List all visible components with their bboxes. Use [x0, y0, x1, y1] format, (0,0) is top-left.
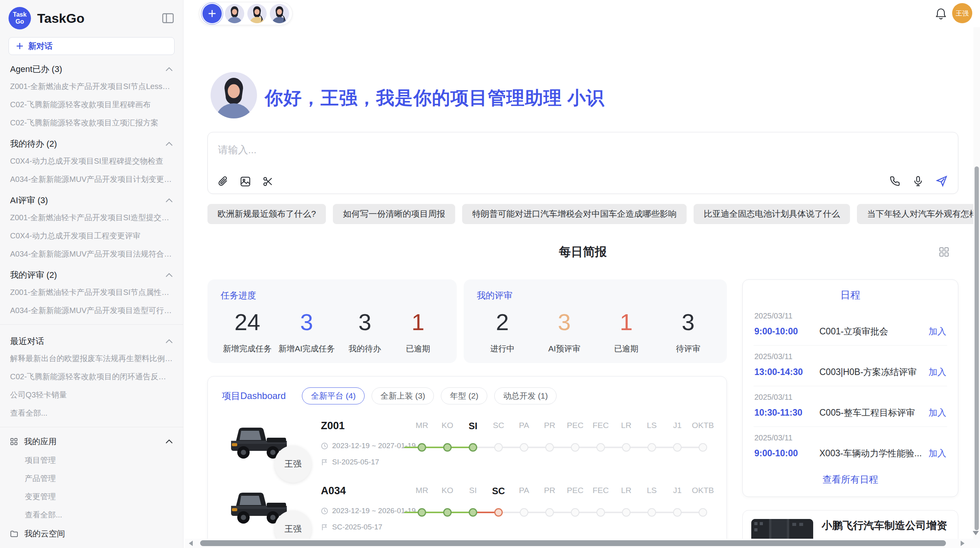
recent-view-all-link[interactable]: 查看全部... [0, 404, 183, 422]
sidebar-task-item[interactable]: C02-飞腾新能源轻客改款项目里程碑画布 [0, 96, 183, 114]
user-name: 王强 [956, 9, 969, 18]
sidebar-task-item[interactable]: Z001-全新燃油皮卡产品开发项目SI节点Lesson Learn报告 [0, 77, 183, 96]
sidebar-section-header[interactable]: 我的待办 (2) [0, 132, 183, 152]
stat-label: 进行中 [490, 343, 515, 354]
stat: 1已逾期 [603, 308, 649, 354]
schedule-join-link[interactable]: 加入 [929, 366, 946, 378]
dashboard-filter-chip[interactable]: 动总开发 (1) [494, 387, 557, 404]
milestone-label: PR [537, 421, 562, 432]
sidebar-recent-item[interactable]: C02-飞腾新能源轻客改款项目的闭环通告反馈情况 [0, 368, 183, 386]
schedule-item: 2025/03/1110:30-11:30C005-整车工程目标评审加入 [754, 386, 947, 427]
sidebar-app-item[interactable]: 产品管理 [0, 469, 183, 488]
sidebar-item-folder[interactable]: 我的云空间 [0, 524, 183, 543]
milestone-label: SI [460, 486, 486, 497]
suggestion-chip[interactable]: 比亚迪全固态电池计划具体说了什么 [694, 204, 850, 224]
suggestion-chip[interactable]: 特朗普可能对进口汽车增税会对中国车企造成哪些影响 [462, 204, 687, 224]
layout-grid-icon[interactable] [939, 247, 949, 257]
sidebar-app-item[interactable]: 查看全部... [0, 506, 183, 524]
sidebar-task-item[interactable]: C0X4-动力总成开发项目工程变更评审 [0, 227, 183, 245]
sidebar-section-header[interactable]: 最近对话 [0, 329, 183, 349]
sidebar-recent-item[interactable]: 公司Q3轻卡销量 [0, 386, 183, 404]
sidebar-task-item[interactable]: C0X4-动力总成开发项目SI里程碑提交物检查 [0, 152, 183, 170]
sidebar-item-my-apps[interactable]: 我的应用 [0, 432, 183, 451]
scissors-icon[interactable] [262, 176, 274, 187]
schedule-title: 日程 [754, 288, 947, 302]
stat-value: 3 [558, 308, 571, 336]
horizontal-scrollbar-thumb[interactable] [200, 540, 946, 546]
sidebar-section-header[interactable]: AI评审 (3) [0, 188, 183, 209]
dashboard-filter-chip[interactable]: 年型 (2) [441, 387, 487, 404]
call-icon[interactable] [889, 175, 901, 187]
schedule-join-link[interactable]: 加入 [929, 447, 946, 459]
add-assistant-button[interactable] [202, 4, 222, 23]
sidebar-task-item[interactable]: A034-全新新能源MUV产品开发项目造型可行性评审 [0, 301, 183, 320]
assistant-switcher [199, 2, 293, 25]
milestone-dot [443, 508, 452, 517]
assistant-hero-avatar [211, 72, 257, 118]
notifications-bell-icon[interactable] [935, 8, 946, 19]
milestone-dot [622, 443, 630, 452]
sidebar-item-star[interactable]: 我的收藏 [0, 543, 183, 548]
stat: 2进行中 [479, 308, 526, 354]
logo-line2: Go [15, 18, 24, 25]
new-chat-button[interactable]: 新对话 [9, 37, 175, 55]
sidebar-task-item[interactable]: A034-全新新能源MUV产品开发项目法规符合性评审 [0, 245, 183, 263]
sidebar-section-title: Agent已办 (3) [10, 63, 62, 75]
assistant-avatar[interactable] [225, 4, 244, 23]
apps-grid-icon [10, 438, 18, 445]
milestone-label: OKTB [690, 486, 716, 497]
dashboard-filter-chip[interactable]: 全新平台 (4) [302, 387, 365, 404]
vertical-scrollbar-thumb[interactable] [975, 166, 979, 530]
project-row[interactable]: 王强Z0012023-12-19 ~ 2027-01-19SI-2025-05-… [208, 418, 726, 483]
sidebar-app-item[interactable]: 变更管理 [0, 488, 183, 506]
sidebar-recent-item[interactable]: 解释最新出台的欧盟报废车法规再生塑料比例被调至15%... [0, 349, 183, 368]
stat-label: 已逾期 [406, 343, 430, 354]
sidebar-section-header[interactable]: 我的评审 (2) [0, 263, 183, 283]
mic-icon[interactable] [912, 175, 924, 187]
schedule-date: 2025/03/11 [754, 312, 946, 320]
sidebar-section-title: 我的评审 (2) [10, 269, 57, 281]
milestone-label: SC [486, 421, 511, 432]
sidebar-section-header[interactable]: Agent已办 (3) [0, 57, 183, 77]
project-code: Z001 [321, 420, 345, 432]
sidebar: Task Go TaskGo 新对话 Agent已办 (3)Z001-全新燃油皮… [0, 0, 183, 548]
suggestion-chip[interactable]: 欧洲新规最近颁布了什么? [207, 204, 326, 224]
project-row[interactable]: 王强A0342023-12-19 ~ 2026-01-19SC-2025-05-… [208, 483, 726, 548]
sidebar-recent: 最近对话解释最新出台的欧盟报废车法规再生塑料比例被调至15%...C02-飞腾新… [0, 329, 183, 422]
milestone-dot [596, 508, 605, 517]
send-icon[interactable] [935, 175, 948, 187]
schedule-join-link[interactable]: 加入 [929, 325, 946, 337]
scroll-left-arrow-icon[interactable] [189, 541, 193, 546]
suggestion-chip[interactable]: 如何写一份清晰的项目周报 [333, 204, 455, 224]
stat: 1已逾期 [395, 308, 441, 354]
sidebar-app-item[interactable]: 项目管理 [0, 451, 183, 469]
stat: 3AI预评审 [541, 308, 588, 354]
message-composer[interactable]: 请输入... [207, 132, 958, 194]
milestone-label: PEC [562, 486, 588, 497]
sidebar-item-label: 我的云空间 [24, 528, 65, 539]
chevron-up-icon [165, 273, 173, 277]
vertical-scrollbar[interactable] [973, 27, 980, 548]
assistant-avatar[interactable] [247, 4, 267, 23]
image-icon[interactable] [240, 176, 251, 187]
horizontal-scrollbar[interactable] [185, 539, 980, 548]
sidebar-task-item[interactable]: A034-全新新能源MUV产品开发项目计划变更表编写 [0, 170, 183, 188]
sidebar-task-item[interactable]: Z001-全新燃油轻卡产品开发项目SI造型提交物评审 [0, 209, 183, 227]
milestone-dot [418, 443, 426, 452]
assistant-avatar[interactable] [270, 4, 289, 23]
milestone-dot [622, 508, 630, 517]
schedule-join-link[interactable]: 加入 [929, 407, 946, 419]
user-avatar[interactable]: 王强 [952, 3, 972, 23]
dashboard-filter-chip[interactable]: 全新上装 (3) [372, 387, 434, 404]
view-all-schedule-link[interactable]: 查看所有日程 [754, 473, 947, 486]
schedule-name: C005-整车工程目标评审 [819, 407, 923, 419]
scroll-right-arrow-icon[interactable] [961, 541, 965, 546]
sidebar-collapse-icon[interactable] [162, 13, 174, 23]
sidebar-task-item[interactable]: Z001-全新燃油轻卡产品开发项目SI节点属性5D文件评审 [0, 283, 183, 301]
attach-icon[interactable] [217, 176, 229, 187]
flag-icon [321, 459, 328, 466]
sidebar-task-item[interactable]: C02-飞腾新能源轻客改款项目立项汇报方案 [0, 114, 183, 132]
schedule-card: 日程 2025/03/119:00-10:00C001-立项审批会加入2025/… [742, 279, 958, 497]
suggestion-chip[interactable]: 当下年轻人对汽车外观有怎样的喜好趋势 [857, 204, 980, 224]
scroll-down-arrow-icon[interactable] [973, 531, 979, 535]
